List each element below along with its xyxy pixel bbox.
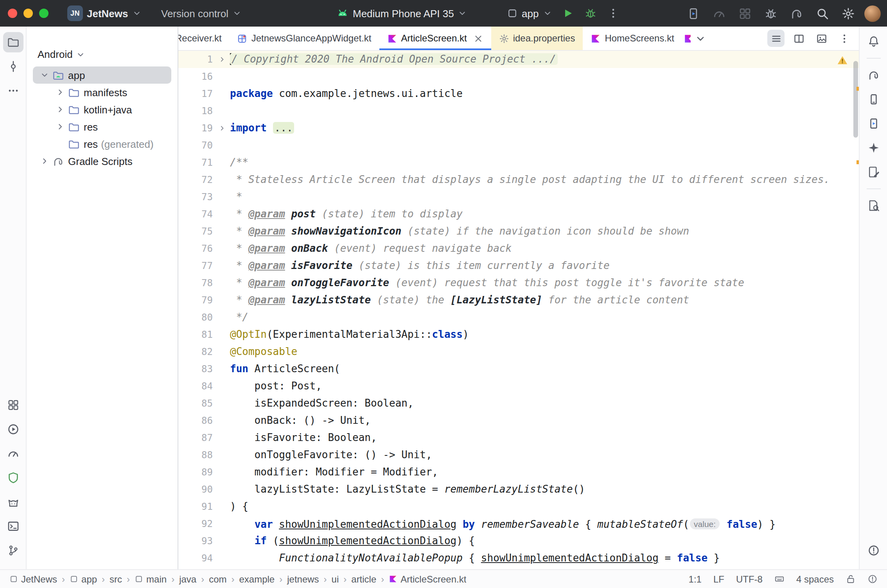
run-config-selector[interactable]: app xyxy=(507,0,552,27)
code-line-70[interactable]: 70 xyxy=(178,137,859,154)
code-line-1[interactable]: 1/ Copyright 2020 The Android Open Sourc… xyxy=(178,51,859,68)
tree-indent[interactable] xyxy=(55,138,66,149)
close-tab-icon[interactable] xyxy=(473,33,483,43)
code-line-94[interactable]: 94 FunctionalityNotAvailablePopup { show… xyxy=(178,550,859,567)
chevron-right-icon[interactable] xyxy=(55,104,66,115)
tree-item-app[interactable]: app xyxy=(33,66,171,84)
code-line-80[interactable]: 80 */ xyxy=(178,309,859,326)
chevron-down-icon[interactable] xyxy=(39,70,50,81)
profiler-tool-button[interactable] xyxy=(3,443,23,464)
minimize-window-button[interactable] xyxy=(23,9,33,18)
line-number[interactable]: 93 xyxy=(178,532,214,550)
line-number[interactable]: 84 xyxy=(178,378,214,395)
fold-indicator-icon[interactable] xyxy=(214,120,230,137)
tree-item-res[interactable]: res xyxy=(33,118,171,135)
code-line-85[interactable]: 85 isExpandedScreen: Boolean, xyxy=(178,395,859,412)
tree-item-res[interactable]: res(generated) xyxy=(33,135,171,152)
line-number[interactable]: 80 xyxy=(178,309,214,326)
line-number[interactable]: 87 xyxy=(178,429,214,446)
code-line-86[interactable]: 86 onBack: () -> Unit, xyxy=(178,412,859,429)
logcat-tool-button[interactable] xyxy=(3,492,23,512)
run-button[interactable] xyxy=(558,4,577,23)
code-line-84[interactable]: 84 post: Post, xyxy=(178,378,859,395)
tree-item-manifests[interactable]: manifests xyxy=(33,84,171,101)
user-avatar[interactable] xyxy=(864,5,881,22)
line-number[interactable]: 82 xyxy=(178,343,214,360)
search-everywhere-button[interactable] xyxy=(813,4,831,23)
more-tool-windows-button[interactable] xyxy=(3,81,23,101)
line-number[interactable]: 77 xyxy=(178,257,214,274)
code-line-78[interactable]: 78 * @param onToggleFavorite (event) req… xyxy=(178,274,859,292)
tree-item-gradle-scripts[interactable]: Gradle Scripts xyxy=(33,152,171,170)
inspections-widget[interactable] xyxy=(837,55,848,68)
breadcrumb-item-article[interactable]: article xyxy=(351,574,376,584)
line-number[interactable]: 91 xyxy=(178,498,214,515)
line-number[interactable]: 16 xyxy=(178,68,214,85)
keyboard-icon[interactable] xyxy=(774,574,785,584)
breadcrumb-item-com[interactable]: com xyxy=(209,574,226,584)
line-number[interactable]: 90 xyxy=(178,481,214,498)
code-line-77[interactable]: 77 * @param isFavorite (state) is this i… xyxy=(178,257,859,274)
line-number[interactable]: 73 xyxy=(178,188,214,206)
code-line-90[interactable]: 90 lazyListState: LazyListState = rememb… xyxy=(178,481,859,498)
chevron-right-icon[interactable] xyxy=(39,156,50,167)
breadcrumb-item-jetnews[interactable]: jetnews xyxy=(287,574,319,584)
code-line-88[interactable]: 88 onToggleFavorite: () -> Unit, xyxy=(178,446,859,464)
tree-item-kotlin-java[interactable]: kotlin+java xyxy=(33,101,171,118)
vcs-widget[interactable]: Version control xyxy=(161,0,242,27)
editor-scrollbar[interactable] xyxy=(853,61,858,138)
bug-report-button[interactable] xyxy=(761,4,780,23)
build-analyzer-button[interactable] xyxy=(735,4,754,23)
code-line-82[interactable]: 82@Composable xyxy=(178,343,859,360)
line-number[interactable]: 89 xyxy=(178,464,214,481)
split-editor-button[interactable] xyxy=(790,30,807,47)
line-separator[interactable]: LF xyxy=(713,574,724,584)
run-tool-button[interactable] xyxy=(3,419,23,439)
breadcrumb-item-java[interactable]: java xyxy=(179,574,196,584)
line-number[interactable]: 74 xyxy=(178,206,214,223)
line-number[interactable]: 18 xyxy=(178,102,214,120)
inspections-status-icon[interactable] xyxy=(867,574,878,584)
running-devices-button[interactable] xyxy=(684,4,702,23)
layout-inspector-tool-button[interactable] xyxy=(863,195,883,216)
code-editor[interactable]: 1/ Copyright 2020 The Android Open Sourc… xyxy=(178,51,859,569)
debug-button[interactable] xyxy=(581,4,600,23)
running-devices-tool-button[interactable] xyxy=(863,113,883,134)
breadcrumb-item-app[interactable]: app xyxy=(70,574,97,584)
code-line-17[interactable]: 17package com.example.jetnews.ui.article xyxy=(178,85,859,102)
line-number[interactable]: 81 xyxy=(178,326,214,343)
code-line-72[interactable]: 72 * Stateless Article Screen that displ… xyxy=(178,171,859,188)
line-number[interactable]: 79 xyxy=(178,292,214,309)
breadcrumb-item-src[interactable]: src xyxy=(110,574,122,584)
editor-layout-button[interactable] xyxy=(767,30,785,47)
editor-tab-receiver-kt[interactable]: Receiver.kt xyxy=(178,27,230,50)
editor-tab-jetnewsglanceappwidget-kt[interactable]: JetnewsGlanceAppWidget.kt xyxy=(230,27,379,50)
version-control-tool-button[interactable] xyxy=(3,540,23,561)
fold-indicator-icon[interactable] xyxy=(214,51,230,68)
line-number[interactable]: 78 xyxy=(178,274,214,292)
line-number[interactable]: 19 xyxy=(178,120,214,137)
preview-button[interactable] xyxy=(813,30,830,47)
line-number[interactable]: 70 xyxy=(178,137,214,154)
code-line-89[interactable]: 89 modifier: Modifier = Modifier, xyxy=(178,464,859,481)
code-line-73[interactable]: 73 * xyxy=(178,188,859,206)
indent-setting[interactable]: 4 spaces xyxy=(796,574,834,584)
breadcrumb-item-jetnews[interactable]: JetNews xyxy=(9,574,57,584)
line-number[interactable]: 1 xyxy=(178,51,214,68)
breadcrumb-item-main[interactable]: main xyxy=(135,574,167,584)
code-line-79[interactable]: 79 * @param lazyListState (state) the [L… xyxy=(178,292,859,309)
commit-tool-button[interactable] xyxy=(3,56,23,77)
code-line-71[interactable]: 71/** xyxy=(178,154,859,171)
gemini-tool-button[interactable] xyxy=(863,138,883,158)
code-line-91[interactable]: 91) { xyxy=(178,498,859,515)
project-view-selector[interactable]: Android xyxy=(27,48,178,66)
code-line-19[interactable]: 19import ... xyxy=(178,120,859,137)
chevron-right-icon[interactable] xyxy=(55,121,66,132)
line-number[interactable]: 86 xyxy=(178,412,214,429)
app-inspection-tool-button[interactable] xyxy=(3,395,23,415)
more-run-actions-button[interactable] xyxy=(604,4,623,23)
code-line-81[interactable]: 81@OptIn(ExperimentalMaterial3Api::class… xyxy=(178,326,859,343)
file-encoding[interactable]: UTF-8 xyxy=(736,574,763,584)
line-number[interactable]: 17 xyxy=(178,85,214,102)
line-number[interactable]: 83 xyxy=(178,360,214,378)
